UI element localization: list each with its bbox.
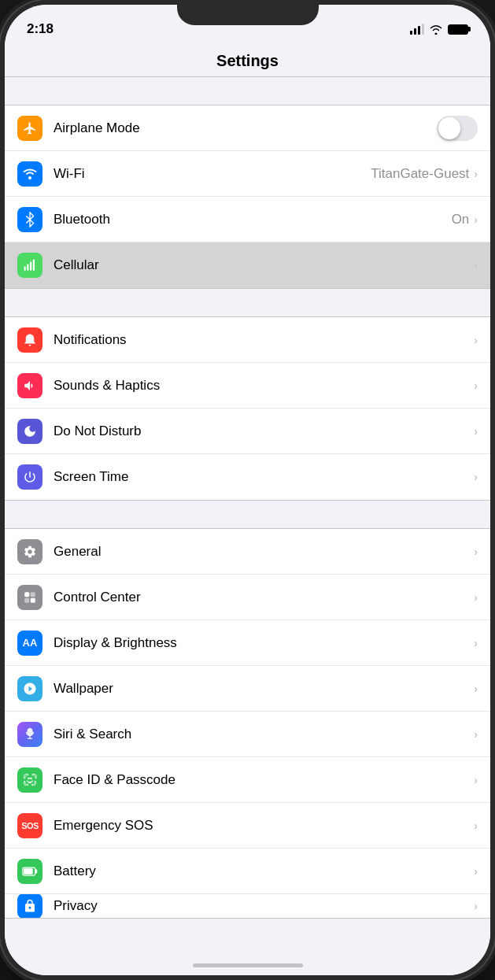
siri-search-chevron: › — [474, 728, 478, 741]
home-indicator — [193, 963, 303, 967]
svg-rect-4 — [24, 592, 29, 597]
privacy-icon — [17, 894, 42, 918]
wallpaper-icon — [17, 676, 42, 701]
settings-row-face-id-passcode[interactable]: Face ID & Passcode › — [5, 757, 490, 803]
do-not-disturb-chevron: › — [474, 425, 478, 438]
display-brightness-icon: AA — [17, 631, 42, 656]
control-center-chevron: › — [474, 591, 478, 604]
sounds-haptics-chevron: › — [474, 379, 478, 392]
display-brightness-label: Display & Brightness — [54, 635, 474, 651]
signal-bar-4 — [422, 24, 424, 35]
airplane-mode-icon — [17, 116, 42, 141]
do-not-disturb-icon — [17, 419, 42, 444]
cellular-icon — [17, 253, 42, 278]
settings-row-airplane-mode[interactable]: Airplane Mode — [5, 105, 490, 151]
cellular-chevron: › — [474, 259, 478, 272]
general-label: General — [54, 544, 474, 560]
settings-content[interactable]: Settings Airplane Mode — [5, 43, 490, 975]
display-brightness-chevron: › — [474, 637, 478, 649]
general-icon — [17, 539, 42, 564]
face-id-passcode-chevron: › — [474, 774, 478, 786]
face-id-passcode-label: Face ID & Passcode — [54, 772, 474, 788]
siri-search-label: Siri & Search — [54, 727, 474, 742]
signal-bar-3 — [418, 26, 420, 35]
cellular-label: Cellular — [54, 257, 474, 273]
siri-search-icon — [17, 722, 42, 747]
wifi-status-icon — [429, 24, 443, 35]
screen-time-chevron: › — [474, 471, 478, 483]
screen-time-label: Screen Time — [54, 469, 474, 485]
face-id-passcode-icon — [17, 767, 42, 793]
bluetooth-value: On — [452, 212, 470, 227]
settings-row-wallpaper[interactable]: Wallpaper › — [5, 666, 490, 712]
settings-row-display-brightness[interactable]: AA Display & Brightness › — [5, 620, 490, 666]
page-title: Settings — [17, 52, 478, 70]
settings-row-bluetooth[interactable]: Bluetooth On › — [5, 197, 490, 242]
svg-rect-6 — [24, 597, 29, 602]
svg-rect-2 — [30, 262, 31, 271]
svg-rect-5 — [31, 592, 35, 597]
phone-frame: 2:18 — [0, 0, 495, 980]
svg-rect-14 — [35, 869, 38, 873]
settings-row-privacy[interactable]: Privacy › — [5, 894, 490, 918]
settings-group-general: General › Control Center › — [5, 528, 490, 919]
svg-rect-0 — [24, 267, 26, 271]
notch — [177, 0, 319, 25]
settings-row-cellular[interactable]: Cellular › — [5, 242, 490, 288]
battery-icon — [17, 859, 42, 884]
signal-bars-icon — [410, 24, 424, 35]
settings-row-emergency-sos[interactable]: SOS Emergency SOS › — [5, 803, 490, 849]
privacy-label: Privacy — [54, 898, 474, 914]
settings-row-control-center[interactable]: Control Center › — [5, 575, 490, 620]
screen: 2:18 — [5, 5, 490, 975]
svg-rect-1 — [27, 264, 28, 271]
bluetooth-chevron: › — [474, 213, 478, 226]
settings-row-do-not-disturb[interactable]: Do Not Disturb › — [5, 409, 490, 454]
settings-group-network: Airplane Mode W — [5, 105, 490, 289]
notifications-chevron: › — [474, 334, 478, 346]
signal-bar-2 — [414, 28, 416, 35]
settings-row-sounds-haptics[interactable]: Sounds & Haptics › — [5, 363, 490, 409]
wifi-chevron: › — [474, 168, 478, 180]
control-center-label: Control Center — [54, 590, 474, 605]
bluetooth-icon — [17, 207, 42, 232]
status-time: 2:18 — [27, 21, 54, 37]
svg-rect-12 — [31, 778, 32, 779]
settings-row-wifi[interactable]: Wi-Fi TitanGate-Guest › — [5, 151, 490, 197]
spacer-2 — [5, 289, 490, 316]
airplane-mode-label: Airplane Mode — [54, 120, 437, 136]
battery-label: Battery — [54, 864, 474, 879]
notifications-icon — [17, 327, 42, 353]
wifi-value: TitanGate-Guest — [371, 166, 469, 182]
page-header: Settings — [5, 43, 490, 77]
do-not-disturb-label: Do Not Disturb — [54, 423, 474, 439]
control-center-icon — [17, 585, 42, 610]
wifi-icon — [17, 161, 42, 187]
settings-row-screen-time[interactable]: Screen Time › — [5, 454, 490, 500]
bluetooth-label: Bluetooth — [54, 212, 452, 227]
status-icons — [410, 24, 468, 35]
sounds-haptics-icon — [17, 373, 42, 398]
airplane-mode-toggle[interactable] — [437, 116, 478, 141]
emergency-sos-icon: SOS — [17, 813, 42, 838]
bottom-spacer — [5, 919, 490, 950]
settings-row-general[interactable]: General › — [5, 529, 490, 575]
wifi-label: Wi-Fi — [54, 166, 371, 182]
svg-rect-15 — [24, 868, 33, 875]
battery-status-icon — [448, 24, 468, 35]
screen-time-icon — [17, 464, 42, 490]
wallpaper-chevron: › — [474, 682, 478, 695]
spacer-3 — [5, 501, 490, 528]
battery-chevron: › — [474, 865, 478, 878]
spacer-top — [5, 77, 490, 105]
emergency-sos-label: Emergency SOS — [54, 818, 474, 834]
wallpaper-label: Wallpaper — [54, 681, 474, 697]
settings-row-siri-search[interactable]: Siri & Search › — [5, 712, 490, 757]
settings-group-notifications: Notifications › Sounds & Haptics › — [5, 316, 490, 501]
svg-rect-7 — [31, 597, 35, 602]
general-chevron: › — [474, 545, 478, 558]
settings-row-notifications[interactable]: Notifications › — [5, 317, 490, 363]
settings-row-battery[interactable]: Battery › — [5, 849, 490, 894]
svg-rect-11 — [28, 778, 30, 779]
privacy-chevron: › — [474, 900, 478, 912]
